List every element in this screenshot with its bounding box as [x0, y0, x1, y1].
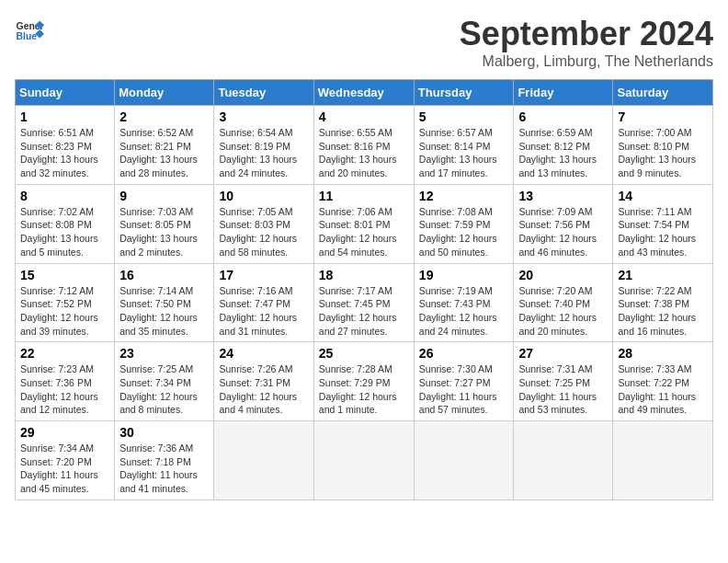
weekday-header: Wednesday — [313, 80, 414, 106]
calendar-cell: 14Sunrise: 7:11 AM Sunset: 7:54 PM Dayli… — [613, 184, 713, 263]
calendar-cell: 1Sunrise: 6:51 AM Sunset: 8:23 PM Daylig… — [16, 106, 115, 185]
day-number: 16 — [119, 268, 209, 282]
day-info: Sunrise: 7:20 AM Sunset: 7:40 PM Dayligh… — [518, 284, 608, 339]
calendar-cell: 25Sunrise: 7:28 AM Sunset: 7:29 PM Dayli… — [313, 342, 414, 421]
calendar-cell: 6Sunrise: 6:59 AM Sunset: 8:12 PM Daylig… — [514, 106, 613, 185]
calendar-cell: 23Sunrise: 7:25 AM Sunset: 7:34 PM Dayli… — [115, 342, 214, 421]
day-info: Sunrise: 7:03 AM Sunset: 8:05 PM Dayligh… — [119, 205, 209, 259]
day-info: Sunrise: 7:05 AM Sunset: 8:03 PM Dayligh… — [219, 205, 308, 259]
calendar-cell: 4Sunrise: 6:55 AM Sunset: 8:16 PM Daylig… — [313, 106, 414, 185]
calendar-cell: 29Sunrise: 7:34 AM Sunset: 7:20 PM Dayli… — [16, 421, 115, 500]
day-info: Sunrise: 7:17 AM Sunset: 7:45 PM Dayligh… — [319, 284, 409, 339]
weekday-header: Monday — [115, 80, 214, 106]
calendar-cell: 12Sunrise: 7:08 AM Sunset: 7:59 PM Dayli… — [414, 184, 514, 263]
day-number: 4 — [319, 109, 409, 124]
calendar-cell — [313, 421, 414, 500]
calendar-cell: 22Sunrise: 7:23 AM Sunset: 7:36 PM Dayli… — [16, 342, 115, 421]
month-title: September 2024 — [460, 15, 713, 53]
day-info: Sunrise: 6:59 AM Sunset: 8:12 PM Dayligh… — [518, 126, 608, 180]
calendar-cell: 5Sunrise: 6:57 AM Sunset: 8:14 PM Daylig… — [414, 106, 514, 185]
page-header: General Blue September 2024 Malberg, Lim… — [15, 15, 713, 70]
svg-text:Blue: Blue — [17, 31, 38, 41]
day-info: Sunrise: 7:33 AM Sunset: 7:22 PM Dayligh… — [618, 362, 708, 417]
day-info: Sunrise: 6:51 AM Sunset: 8:23 PM Dayligh… — [20, 126, 109, 180]
day-number: 1 — [20, 109, 109, 124]
calendar-cell: 26Sunrise: 7:30 AM Sunset: 7:27 PM Dayli… — [414, 342, 514, 421]
day-number: 7 — [618, 109, 708, 124]
logo-icon: General Blue — [15, 15, 44, 44]
day-number: 22 — [20, 346, 109, 361]
day-info: Sunrise: 7:28 AM Sunset: 7:29 PM Dayligh… — [319, 362, 409, 417]
day-info: Sunrise: 7:34 AM Sunset: 7:20 PM Dayligh… — [20, 442, 109, 496]
title-block: September 2024 Malberg, Limburg, The Net… — [460, 15, 713, 70]
day-info: Sunrise: 7:02 AM Sunset: 8:08 PM Dayligh… — [20, 205, 109, 259]
calendar-cell: 3Sunrise: 6:54 AM Sunset: 8:19 PM Daylig… — [214, 106, 313, 185]
calendar-cell: 13Sunrise: 7:09 AM Sunset: 7:56 PM Dayli… — [514, 184, 613, 263]
day-info: Sunrise: 7:14 AM Sunset: 7:50 PM Dayligh… — [119, 284, 209, 339]
day-info: Sunrise: 6:54 AM Sunset: 8:19 PM Dayligh… — [219, 126, 308, 180]
day-info: Sunrise: 7:09 AM Sunset: 7:56 PM Dayligh… — [518, 205, 608, 259]
day-info: Sunrise: 7:06 AM Sunset: 8:01 PM Dayligh… — [319, 205, 409, 259]
calendar-cell: 19Sunrise: 7:19 AM Sunset: 7:43 PM Dayli… — [414, 263, 514, 342]
day-number: 21 — [618, 268, 708, 282]
day-number: 5 — [419, 109, 509, 124]
calendar-cell: 27Sunrise: 7:31 AM Sunset: 7:25 PM Dayli… — [514, 342, 613, 421]
day-number: 27 — [518, 346, 608, 361]
day-number: 23 — [119, 346, 209, 361]
day-info: Sunrise: 6:57 AM Sunset: 8:14 PM Dayligh… — [419, 126, 509, 180]
day-info: Sunrise: 7:19 AM Sunset: 7:43 PM Dayligh… — [419, 284, 509, 339]
calendar-cell: 30Sunrise: 7:36 AM Sunset: 7:18 PM Dayli… — [115, 421, 214, 500]
day-number: 11 — [319, 189, 409, 203]
day-number: 19 — [419, 268, 509, 282]
calendar-table: SundayMondayTuesdayWednesdayThursdayFrid… — [15, 79, 713, 500]
day-number: 6 — [518, 109, 608, 124]
day-info: Sunrise: 7:22 AM Sunset: 7:38 PM Dayligh… — [618, 284, 708, 339]
calendar-cell: 21Sunrise: 7:22 AM Sunset: 7:38 PM Dayli… — [613, 263, 713, 342]
calendar-cell: 17Sunrise: 7:16 AM Sunset: 7:47 PM Dayli… — [214, 263, 313, 342]
day-info: Sunrise: 7:23 AM Sunset: 7:36 PM Dayligh… — [20, 362, 109, 417]
day-info: Sunrise: 6:52 AM Sunset: 8:21 PM Dayligh… — [119, 126, 209, 180]
calendar-header: SundayMondayTuesdayWednesdayThursdayFrid… — [16, 80, 713, 106]
day-number: 10 — [219, 189, 308, 203]
day-number: 9 — [119, 189, 209, 203]
calendar-cell: 15Sunrise: 7:12 AM Sunset: 7:52 PM Dayli… — [16, 263, 115, 342]
calendar-cell: 16Sunrise: 7:14 AM Sunset: 7:50 PM Dayli… — [115, 263, 214, 342]
calendar-cell: 20Sunrise: 7:20 AM Sunset: 7:40 PM Dayli… — [514, 263, 613, 342]
calendar-cell: 8Sunrise: 7:02 AM Sunset: 8:08 PM Daylig… — [16, 184, 115, 263]
day-number: 14 — [618, 189, 708, 203]
calendar-cell: 7Sunrise: 7:00 AM Sunset: 8:10 PM Daylig… — [613, 106, 713, 185]
calendar-cell: 9Sunrise: 7:03 AM Sunset: 8:05 PM Daylig… — [115, 184, 214, 263]
day-number: 25 — [319, 346, 409, 361]
day-number: 3 — [219, 109, 308, 124]
weekday-header: Saturday — [613, 80, 713, 106]
day-info: Sunrise: 7:30 AM Sunset: 7:27 PM Dayligh… — [419, 362, 509, 417]
calendar-cell: 28Sunrise: 7:33 AM Sunset: 7:22 PM Dayli… — [613, 342, 713, 421]
day-info: Sunrise: 7:00 AM Sunset: 8:10 PM Dayligh… — [618, 126, 708, 180]
calendar-cell: 18Sunrise: 7:17 AM Sunset: 7:45 PM Dayli… — [313, 263, 414, 342]
calendar-cell: 10Sunrise: 7:05 AM Sunset: 8:03 PM Dayli… — [214, 184, 313, 263]
day-number: 18 — [319, 268, 409, 282]
calendar-cell: 24Sunrise: 7:26 AM Sunset: 7:31 PM Dayli… — [214, 342, 313, 421]
calendar-cell — [414, 421, 514, 500]
day-number: 15 — [20, 268, 109, 282]
logo: General Blue — [15, 15, 44, 44]
location-subtitle: Malberg, Limburg, The Netherlands — [460, 53, 713, 70]
day-info: Sunrise: 7:16 AM Sunset: 7:47 PM Dayligh… — [219, 284, 308, 339]
day-info: Sunrise: 7:11 AM Sunset: 7:54 PM Dayligh… — [618, 205, 708, 259]
weekday-header: Sunday — [16, 80, 115, 106]
day-info: Sunrise: 7:12 AM Sunset: 7:52 PM Dayligh… — [20, 284, 109, 339]
day-info: Sunrise: 7:25 AM Sunset: 7:34 PM Dayligh… — [119, 362, 209, 417]
day-number: 13 — [518, 189, 608, 203]
day-number: 20 — [518, 268, 608, 282]
weekday-header: Friday — [514, 80, 613, 106]
day-number: 24 — [219, 346, 308, 361]
day-info: Sunrise: 7:36 AM Sunset: 7:18 PM Dayligh… — [119, 442, 209, 496]
day-number: 30 — [119, 425, 209, 440]
day-info: Sunrise: 7:08 AM Sunset: 7:59 PM Dayligh… — [419, 205, 509, 259]
day-info: Sunrise: 7:31 AM Sunset: 7:25 PM Dayligh… — [518, 362, 608, 417]
calendar-cell — [613, 421, 713, 500]
calendar-cell: 11Sunrise: 7:06 AM Sunset: 8:01 PM Dayli… — [313, 184, 414, 263]
day-info: Sunrise: 6:55 AM Sunset: 8:16 PM Dayligh… — [319, 126, 409, 180]
calendar-cell — [514, 421, 613, 500]
day-number: 29 — [20, 425, 109, 440]
